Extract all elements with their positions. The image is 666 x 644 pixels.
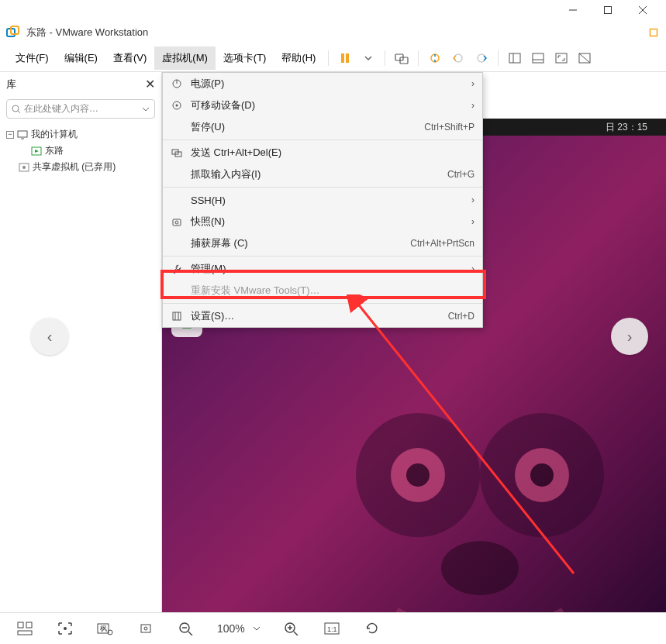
menu-help[interactable]: 帮助(H) — [274, 46, 323, 70]
view-single-icon[interactable] — [506, 50, 523, 67]
rotate-icon[interactable] — [363, 619, 381, 638]
pause-icon[interactable] — [336, 50, 354, 67]
thumbnail-view-icon[interactable] — [16, 619, 34, 638]
svg-line-22 — [18, 111, 20, 113]
svg-point-51 — [64, 627, 67, 630]
menu-manage[interactable]: 管理(M) › — [163, 258, 482, 280]
dropdown-arrow-icon[interactable] — [360, 50, 377, 67]
svg-rect-55 — [141, 625, 150, 632]
crop-icon[interactable] — [136, 619, 155, 638]
menubar: 文件(F) 编辑(E) 查看(V) 虚拟机(M) 选项卡(T) 帮助(H) — [0, 45, 666, 72]
svg-rect-16 — [533, 53, 543, 63]
os-titlebar — [0, 0, 666, 20]
ubuntu-wallpaper-art — [317, 367, 643, 612]
menu-file[interactable]: 文件(F) — [8, 46, 57, 70]
ocr-icon[interactable]: 枫 — [96, 619, 115, 638]
menu-grab-input[interactable]: 抓取输入内容(I) Ctrl+G — [163, 164, 482, 185]
inner-maximize-icon[interactable] — [647, 26, 660, 39]
send-keys-icon — [171, 146, 183, 159]
monitor-icon — [17, 130, 28, 139]
expander-icon[interactable]: − — [6, 131, 14, 139]
svg-rect-6 — [650, 29, 657, 36]
zoom-out-icon[interactable] — [177, 619, 195, 638]
menu-send-cad[interactable]: 发送 Ctrl+Alt+Del(E) — [163, 142, 482, 164]
zoom-in-icon[interactable] — [282, 619, 301, 638]
toolbar-separator — [385, 50, 385, 66]
toolbar-separator — [498, 50, 499, 66]
svg-rect-18 — [556, 53, 567, 63]
svg-text:枫: 枫 — [100, 625, 107, 632]
menu-snapshot[interactable]: 快照(N) › — [163, 211, 482, 232]
svg-line-63 — [294, 632, 298, 635]
nav-next-button[interactable]: › — [611, 318, 648, 355]
view-console-icon[interactable] — [530, 50, 547, 67]
svg-rect-44 — [173, 312, 181, 320]
settings-icon — [171, 310, 183, 322]
toolbar-separator — [418, 50, 419, 66]
sidebar-title: 库 — [6, 77, 16, 91]
menu-view[interactable]: 查看(V) — [105, 46, 154, 70]
svg-rect-8 — [346, 53, 349, 63]
wrench-icon — [171, 263, 183, 275]
menu-pause[interactable]: 暂停(U) Ctrl+Shift+P — [163, 116, 482, 138]
vm-running-icon — [31, 146, 42, 156]
bottom-toolbar: 枫 100% 1:1 — [0, 612, 666, 643]
os-close-button[interactable] — [625, 0, 660, 20]
svg-point-34 — [441, 541, 519, 595]
snapshot-revert-icon[interactable] — [450, 50, 467, 67]
guest-clock: 日 23：15 — [606, 121, 647, 134]
disc-icon — [171, 99, 183, 112]
os-maximize-button[interactable] — [590, 0, 625, 20]
chevron-down-icon[interactable] — [253, 625, 261, 632]
svg-point-33 — [530, 463, 554, 487]
submenu-arrow-icon: › — [471, 216, 474, 227]
snapshot-manage-icon[interactable] — [473, 50, 490, 67]
submenu-arrow-icon: › — [471, 195, 474, 205]
menu-vm[interactable]: 虚拟机(M) — [154, 46, 216, 70]
submenu-arrow-icon: › — [471, 263, 474, 274]
submenu-arrow-icon: › — [471, 78, 474, 89]
shared-vm-icon — [19, 163, 29, 172]
os-minimize-button[interactable] — [555, 0, 590, 20]
zoom-level[interactable]: 100% — [217, 622, 245, 635]
menu-power[interactable]: 电源(P) › — [163, 73, 482, 95]
menu-separator — [163, 303, 482, 304]
tree-my-computer[interactable]: − 我的计算机 — [6, 126, 155, 143]
tree-vm-donglu[interactable]: 东路 — [6, 143, 155, 159]
menu-edit[interactable]: 编辑(E) — [57, 46, 105, 70]
menu-removable[interactable]: 可移动设备(D) › — [163, 95, 482, 116]
menu-tabs[interactable]: 选项卡(T) — [216, 46, 274, 70]
menu-ssh[interactable]: SSH(H) › — [163, 189, 482, 211]
search-input[interactable]: 在此处键入内容… — [6, 99, 155, 119]
snapshot-icon[interactable] — [426, 50, 443, 67]
search-icon — [12, 105, 21, 114]
menu-capture-screen[interactable]: 捕获屏幕 (C) Ctrl+Alt+PrtScn — [163, 232, 482, 254]
search-placeholder: 在此处键入内容… — [24, 102, 139, 115]
menu-separator — [163, 187, 482, 188]
toolbar-separator — [328, 50, 329, 66]
sidebar: 库 ✕ 在此处键入内容… − 我的计算机 东路 共享虚拟机 (已弃用) — [0, 72, 162, 612]
vmware-logo-icon — [6, 26, 20, 40]
sidebar-close-icon[interactable]: ✕ — [145, 77, 155, 91]
svg-point-56 — [144, 627, 147, 630]
svg-rect-42 — [173, 219, 181, 226]
actual-size-icon[interactable]: 1:1 — [323, 619, 341, 638]
svg-point-39 — [176, 105, 178, 107]
menu-settings[interactable]: 设置(S)… Ctrl+D — [163, 305, 482, 327]
svg-rect-1 — [604, 7, 611, 14]
tree-label: 共享虚拟机 (已弃用) — [33, 160, 116, 174]
power-icon — [171, 77, 183, 90]
svg-rect-7 — [341, 53, 344, 63]
send-cad-icon[interactable] — [393, 50, 410, 67]
tree-shared-vms[interactable]: 共享虚拟机 (已弃用) — [6, 159, 155, 175]
nav-prev-button[interactable]: ‹ — [31, 318, 68, 355]
menu-separator — [163, 139, 482, 140]
unity-icon[interactable] — [576, 50, 593, 67]
fullscreen-icon[interactable] — [553, 50, 570, 67]
tree-label: 我的计算机 — [31, 128, 78, 141]
chevron-down-icon[interactable] — [142, 105, 150, 113]
menu-separator — [163, 256, 482, 257]
svg-rect-23 — [18, 131, 27, 137]
focus-icon[interactable] — [56, 619, 74, 638]
svg-text:1:1: 1:1 — [327, 625, 337, 633]
